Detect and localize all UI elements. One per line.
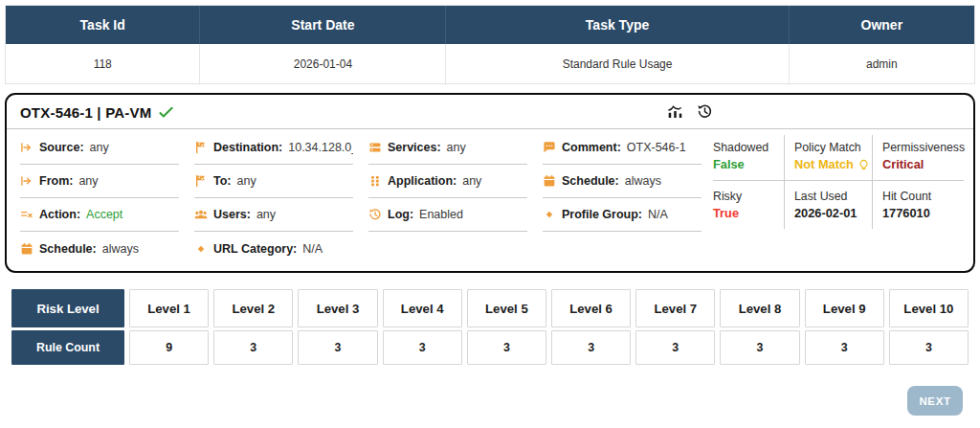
field-value: always (102, 242, 139, 256)
status-risky: Risky True (713, 181, 784, 229)
rule-count-value-9: 3 (805, 330, 884, 365)
check-icon (158, 105, 174, 120)
rule-count-value-5: 3 (467, 330, 546, 365)
field-destination: Destination: 10.34.128.0_23 (194, 131, 353, 165)
status-value: Not Match (794, 157, 870, 171)
field-label: From: (39, 174, 73, 188)
rule-detail-card: OTX-546-1 | PA-VM Source: any Destinatio… (5, 93, 975, 273)
history-icon (368, 208, 382, 221)
rule-icon (20, 208, 33, 221)
next-button[interactable]: NEXT (907, 386, 963, 416)
field-value: any (78, 174, 98, 188)
rule-count-value-10: 3 (889, 330, 969, 365)
lightbulb-icon (858, 158, 870, 170)
field-services: Services: any (368, 131, 527, 165)
level-header-9: Level 9 (805, 289, 884, 327)
field-value: any (90, 141, 109, 154)
field-value: any (237, 174, 256, 188)
status-label: Risky (713, 190, 782, 203)
level-header-5: Level 5 (467, 289, 546, 327)
field-label: Profile Group: (562, 208, 642, 221)
level-header-2: Level 2 (213, 289, 293, 327)
status-policy-match: Policy Match Not Match (784, 135, 872, 181)
owner-value: admin (790, 44, 974, 83)
field-label: To: (213, 174, 232, 188)
field-label: Users: (213, 208, 251, 221)
status-value-text: Not Match (794, 157, 854, 171)
calendar-icon (20, 242, 33, 256)
field-schedule-2: Schedule: always (20, 232, 179, 265)
level-header-1: Level 1 (129, 289, 209, 327)
risk-level-corner-header: Risk Level (11, 289, 124, 327)
status-value: Critical (882, 157, 962, 171)
input-arrow-icon (20, 174, 33, 188)
field-value: N/A (648, 208, 668, 221)
field-schedule: Schedule: always (543, 165, 702, 198)
field-to: To: any (194, 165, 353, 198)
column-header-task-type: Task Type (446, 6, 789, 44)
field-label: Destination: (213, 141, 282, 154)
status-hit-count: Hit Count 1776010 (872, 181, 964, 229)
flag-icon (194, 141, 208, 154)
risk-level-table: Risk LevelLevel 1Level 2Level 3Level 4Le… (11, 289, 969, 365)
field-label: Log: (388, 208, 413, 221)
status-value: 1776010 (882, 206, 962, 220)
diamond-icon (543, 208, 556, 221)
column-header-start-date: Start Date (200, 6, 446, 44)
level-header-8: Level 8 (720, 289, 799, 327)
field-label: Schedule: (39, 242, 97, 256)
field-action: Action: Accept (20, 198, 179, 232)
level-header-4: Level 4 (383, 289, 462, 327)
task-table-data-row: 118 2026-01-04 Standard Rule Usage admin (6, 44, 974, 83)
field-label: Comment: (562, 141, 621, 154)
field-value: Accept (86, 208, 122, 221)
task-summary-table: Task Id Start Date Task Type Owner 118 2… (5, 5, 975, 84)
rule-card-title-row: OTX-546-1 | PA-VM (7, 95, 973, 129)
footer: NEXT (0, 365, 980, 416)
field-value: Enabled (419, 208, 463, 221)
rule-count-value-4: 3 (383, 330, 462, 365)
task-table-header-row: Task Id Start Date Task Type Owner (6, 6, 974, 44)
level-header-6: Level 6 (551, 289, 631, 327)
rule-status-panel: Shadowed False Policy Match Not Match Pe… (713, 135, 964, 265)
status-permissiveness: Permissiveness Critical (872, 135, 964, 181)
insights-icon[interactable] (667, 103, 683, 120)
field-application: Application: any (368, 165, 527, 198)
rule-count-value-3: 3 (298, 330, 377, 365)
status-value: 2026-02-01 (794, 206, 870, 220)
status-label: Hit Count (882, 190, 962, 203)
field-value: N/A (302, 242, 323, 256)
status-value: False (713, 157, 782, 171)
field-value: any (447, 141, 466, 154)
field-label: Services: (388, 141, 441, 154)
calendar-icon (543, 174, 556, 188)
field-value: any (462, 174, 481, 188)
comment-icon (543, 141, 556, 154)
diamond-icon (194, 242, 208, 256)
field-url-category: URL Category: N/A (194, 232, 353, 265)
field-value: 10.34.128.0_23 (288, 141, 353, 154)
input-arrow-icon (20, 141, 33, 154)
services-icon (368, 141, 382, 154)
status-shadowed: Shadowed False (713, 135, 784, 181)
users-icon (194, 208, 208, 221)
history-icon[interactable] (697, 103, 713, 120)
status-label: Policy Match (794, 141, 870, 154)
status-last-used: Last Used 2026-02-01 (784, 181, 872, 229)
field-value: any (256, 208, 276, 221)
rule-count-row-header: Rule Count (11, 330, 124, 365)
level-header-10: Level 10 (889, 289, 969, 327)
field-profile-group: Profile Group: N/A (543, 198, 702, 232)
rule-count-value-7: 3 (635, 330, 715, 365)
status-label: Shadowed (713, 141, 782, 154)
rule-count-value-1: 9 (129, 330, 209, 365)
field-comment: Comment: OTX-546-1 (543, 131, 702, 165)
rule-fields-grid: Source: any Destination: 10.34.128.0_23 … (20, 131, 702, 265)
level-header-7: Level 7 (635, 289, 715, 327)
field-source: Source: any (20, 131, 179, 165)
rule-count-value-6: 3 (551, 330, 631, 365)
level-header-3: Level 3 (298, 289, 377, 327)
field-value: always (625, 174, 661, 188)
rule-count-value-2: 3 (213, 330, 293, 365)
task-id-value: 118 (6, 44, 200, 83)
